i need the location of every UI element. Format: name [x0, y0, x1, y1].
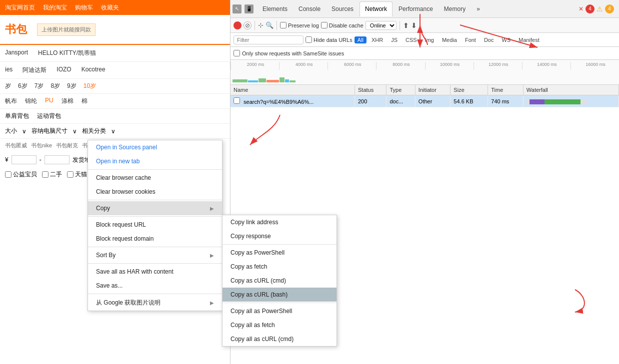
- age-6[interactable]: 6岁: [18, 82, 28, 90]
- brand-kocotree[interactable]: Kocotree: [82, 66, 106, 74]
- material-nylon[interactable]: 锦纶: [25, 97, 37, 105]
- down-icon[interactable]: ∨: [22, 128, 26, 135]
- disable-cache-checkbox[interactable]: [321, 22, 328, 28]
- menu-copy-link[interactable]: Copy link address: [222, 215, 336, 229]
- price-min-input[interactable]: [12, 155, 36, 164]
- disable-cache-label: Disable cache: [321, 22, 364, 28]
- material-pu[interactable]: PU: [45, 97, 54, 105]
- search-icon[interactable]: 🔍: [266, 21, 274, 29]
- menu-google-desc[interactable]: 从 Google 获取图片说明 ▶: [88, 295, 222, 311]
- tag-1[interactable]: 书包nike: [31, 142, 52, 149]
- type-sport[interactable]: 运动背包: [37, 112, 61, 120]
- menu-copy-all-curl-cmd[interactable]: Copy all as cURL (cmd): [222, 332, 336, 346]
- filter-xhr-button[interactable]: XHR: [368, 36, 386, 43]
- col-header-size[interactable]: Size: [450, 85, 488, 95]
- row-type: doc...: [386, 95, 415, 107]
- menu-copy-all-curl-cmd-label: Copy all as cURL (cmd): [230, 336, 294, 343]
- brand-hellokitty[interactable]: HELLO KITTY/凯蒂猫: [38, 49, 96, 57]
- col-header-name[interactable]: Name: [230, 85, 354, 95]
- col-header-type[interactable]: Type: [386, 85, 415, 95]
- tab-more[interactable]: »: [472, 1, 485, 16]
- tab-performance[interactable]: Performance: [394, 1, 438, 16]
- menu-copy-powershell[interactable]: Copy as PowerShell: [222, 246, 336, 260]
- menu-copy-curl-bash[interactable]: Copy as cURL (bash): [222, 288, 336, 302]
- menu-copy-response[interactable]: Copy response: [222, 229, 336, 243]
- menu-block-url[interactable]: Block request URL: [88, 218, 222, 232]
- age-9[interactable]: 9岁: [67, 82, 76, 90]
- nav-cart[interactable]: 购物车: [75, 3, 93, 12]
- hide-data-urls-checkbox[interactable]: [306, 36, 312, 43]
- filter-input[interactable]: [234, 35, 304, 44]
- tab-sources[interactable]: Sources: [326, 1, 358, 16]
- category-down-icon[interactable]: ∨: [111, 128, 116, 135]
- tmall-checkbox[interactable]: [67, 171, 74, 178]
- nav-favorites[interactable]: 收藏夹: [101, 3, 119, 12]
- upload-icon[interactable]: ⬆: [403, 21, 409, 29]
- nav-my-taobao[interactable]: 我的淘宝: [43, 3, 67, 12]
- brand-jansport[interactable]: Jansport: [5, 49, 28, 57]
- menu-copy-fetch[interactable]: Copy as fetch: [222, 260, 336, 274]
- menu-save-as[interactable]: Save as...: [88, 279, 222, 293]
- filter-manifest-button[interactable]: Manifest: [516, 36, 542, 43]
- brand-ies[interactable]: ies: [5, 66, 12, 74]
- record-button[interactable]: [234, 21, 242, 29]
- menu-clear-cache[interactable]: Clear browser cache: [88, 171, 222, 185]
- menu-sep-1: [88, 169, 222, 170]
- samesite-checkbox[interactable]: [234, 50, 240, 56]
- cursor-icon[interactable]: ↖: [232, 4, 242, 13]
- price-max-input[interactable]: [44, 155, 70, 164]
- brand-adidas[interactable]: 阿迪达斯: [22, 66, 46, 74]
- menu-copy-all-powershell[interactable]: Copy all as PowerShell: [222, 304, 336, 318]
- capacity-down-icon[interactable]: ∨: [72, 128, 77, 135]
- charity-checkbox[interactable]: [5, 171, 12, 178]
- filter-media-button[interactable]: Media: [439, 36, 460, 43]
- menu-save-har[interactable]: Save all as HAR with content: [88, 265, 222, 279]
- material-canvas[interactable]: 帆布: [5, 97, 17, 105]
- col-header-time[interactable]: Time: [488, 85, 524, 95]
- menu-copy-response-label: Copy response: [230, 233, 271, 240]
- throttle-select[interactable]: Online: [366, 21, 396, 30]
- material-cotton[interactable]: 棉: [82, 97, 88, 105]
- tag-2[interactable]: 书包耐克: [56, 142, 78, 149]
- filter-doc-button[interactable]: Doc: [481, 36, 497, 43]
- age-10[interactable]: 10岁: [84, 82, 96, 90]
- col-header-initiator[interactable]: Initiator: [415, 85, 450, 95]
- nav-home[interactable]: 淘宝网首页: [5, 3, 35, 12]
- device-icon[interactable]: 📱: [244, 4, 254, 13]
- menu-copy[interactable]: Copy ▶: [88, 201, 222, 215]
- menu-sort-by[interactable]: Sort By ▶: [88, 248, 222, 262]
- download-icon[interactable]: ⬇: [411, 21, 417, 29]
- menu-copy-curl-cmd[interactable]: Copy as cURL (cmd): [222, 274, 336, 288]
- menu-copy-all-fetch[interactable]: Copy all as fetch: [222, 318, 336, 332]
- menu-open-new-tab[interactable]: Open in new tab: [88, 154, 222, 168]
- col-header-status[interactable]: Status: [354, 85, 386, 95]
- filter-ws-button[interactable]: WS: [498, 36, 514, 43]
- filter-img-button[interactable]: Img: [422, 36, 437, 43]
- type-shoulder[interactable]: 单肩背包: [5, 112, 29, 120]
- age-8[interactable]: 8岁: [50, 82, 60, 90]
- material-polyester[interactable]: 涤棉: [62, 97, 74, 105]
- tab-elements[interactable]: Elements: [258, 1, 292, 16]
- clear-button[interactable]: ⊘: [244, 21, 252, 29]
- brand-iozo[interactable]: IOZO: [56, 66, 71, 74]
- menu-clear-cookies[interactable]: Clear browser cookies: [88, 185, 222, 199]
- preserve-log-checkbox[interactable]: [280, 22, 286, 28]
- filter-font-button[interactable]: Font: [462, 36, 479, 43]
- tab-console[interactable]: Console: [294, 1, 326, 16]
- used-checkbox[interactable]: [42, 171, 48, 178]
- filter-css-button[interactable]: CSS: [402, 36, 420, 43]
- menu-block-domain[interactable]: Block request domain: [88, 232, 222, 246]
- col-header-waterfall[interactable]: Waterfall: [523, 85, 618, 95]
- age-generic[interactable]: 岁: [5, 82, 11, 90]
- filter-all-button[interactable]: All: [354, 36, 366, 43]
- table-row[interactable]: search?q=%E4%B9%A6%... 200 doc... Other …: [230, 95, 619, 107]
- tab-network[interactable]: Network: [360, 1, 392, 16]
- row-checkbox[interactable]: [234, 97, 240, 104]
- age-7[interactable]: 7岁: [34, 82, 44, 90]
- menu-open-sources[interactable]: Open in Sources panel: [88, 140, 222, 154]
- filter-icon[interactable]: ⊹: [258, 21, 264, 29]
- tag-0[interactable]: 书包匿威: [5, 142, 27, 149]
- tab-memory[interactable]: Memory: [439, 1, 470, 16]
- filter-js-button[interactable]: JS: [388, 36, 400, 43]
- price-dash: -: [40, 156, 42, 163]
